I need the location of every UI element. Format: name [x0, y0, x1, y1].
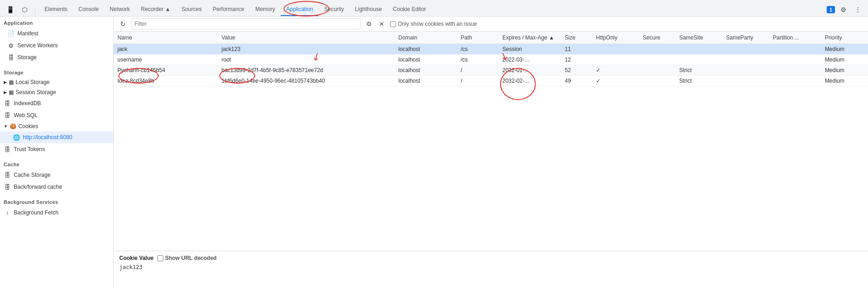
table-row[interactable]: Pycharm-cb145b54bac13d99-2d7f-4b5f-9c85-…: [114, 65, 868, 76]
cell-partition: [769, 76, 821, 86]
col-header-secure[interactable]: Secure: [639, 32, 675, 44]
filter-bar: ↻ ⚙ ✕ Only show cookies with an issue: [114, 17, 868, 32]
cell-path: /: [457, 65, 499, 76]
cell-priority: Medium: [821, 44, 868, 55]
col-header-size[interactable]: Size: [561, 32, 592, 44]
tab-cookie-editor[interactable]: Cookie Editor: [388, 3, 432, 16]
col-header-httponly[interactable]: HttpOnly: [592, 32, 639, 44]
sidebar-item-storage[interactable]: 🗄Storage: [0, 51, 113, 63]
tab-elements[interactable]: Elements: [39, 3, 73, 16]
indexeddb-label: IndexedDB: [14, 100, 41, 107]
sidebar-item-manifest[interactable]: 📄Manifest: [0, 28, 113, 39]
tab-network[interactable]: Network: [104, 3, 135, 16]
cell-size: 52: [561, 65, 592, 76]
background-services-header: Background Services: [0, 196, 113, 207]
cell-name: Idea-8cd34e8b: [114, 76, 218, 86]
cell-secure: [639, 76, 675, 86]
filter-input[interactable]: [131, 18, 361, 29]
session-storage-label: Session Storage: [16, 89, 56, 96]
cell-expires: 2022-03-...: [499, 55, 561, 65]
manifest-icon: 📄: [7, 30, 15, 37]
tab-lighthouse[interactable]: Lighthouse: [350, 3, 388, 16]
cell-name: jack: [114, 44, 218, 55]
cell-priority: Medium: [821, 55, 868, 65]
cell-domain: localhost: [395, 55, 457, 65]
cell-sameparty: [722, 65, 769, 76]
sidebar-item-localhost-8080[interactable]: 🌐http://localhost:8080: [0, 131, 113, 143]
table-row[interactable]: jackjack123localhost/csSession11Medium: [114, 44, 868, 55]
col-header-partition[interactable]: Partition ...: [769, 32, 821, 44]
device-toggle-icon[interactable]: 📱: [4, 3, 17, 16]
sidebar-item-service-workers[interactable]: ⚙Service Workers: [0, 39, 113, 51]
tab-application[interactable]: Application: [281, 3, 319, 16]
cell-sameparty: [722, 76, 769, 86]
cell-samesite: Strict: [675, 65, 722, 76]
col-header-domain[interactable]: Domain: [395, 32, 457, 44]
show-url-decoded-checkbox[interactable]: [157, 255, 163, 261]
indexeddb-icon: 🗄: [4, 100, 11, 107]
col-header-samesite[interactable]: SameSite: [675, 32, 722, 44]
table-row[interactable]: usernamerootlocalhost/cs2022-03-...12Med…: [114, 55, 868, 65]
cell-sameparty: [722, 44, 769, 55]
table-header: NameValueDomainPathExpires / Max-Age ▲Si…: [114, 32, 868, 44]
cookies-label: Cookies: [18, 123, 38, 129]
websql-icon: 🗄: [4, 112, 11, 119]
cell-samesite: [675, 44, 722, 55]
local-storage-group[interactable]: ▶ ▦ Local Storage: [0, 77, 113, 87]
col-header-sameparty[interactable]: SameParty: [722, 32, 769, 44]
sidebar-item-trust-tokens[interactable]: 🗄 Trust Tokens: [0, 143, 113, 155]
tab-security[interactable]: Security: [318, 3, 349, 16]
tab-memory[interactable]: Memory: [250, 3, 280, 16]
show-url-decoded-text: Show URL decoded: [165, 255, 217, 261]
refresh-button[interactable]: ↻: [117, 18, 128, 29]
tab-performance[interactable]: Performance: [207, 3, 250, 16]
cell-httponly: ✓: [592, 76, 639, 86]
cell-name: Pycharm-cb145b54: [114, 65, 218, 76]
tab-sources[interactable]: Sources: [176, 3, 207, 16]
cell-partition: [769, 65, 821, 76]
sidebar-item-indexeddb[interactable]: 🗄 IndexedDB: [0, 97, 113, 109]
cell-httponly: [592, 55, 639, 65]
col-header-value[interactable]: Value: [218, 32, 395, 44]
col-header-priority[interactable]: Priority: [821, 32, 868, 44]
storage-icon: 🗄: [7, 54, 15, 61]
notification-badge: 1: [827, 6, 835, 13]
cell-value: jack123: [218, 44, 395, 55]
col-header-expires[interactable]: Expires / Max-Age ▲: [499, 32, 561, 44]
settings-icon[interactable]: ⚙: [837, 3, 850, 16]
table-body[interactable]: jackjack123localhost/csSession11Mediumus…: [114, 44, 868, 86]
cell-priority: Medium: [821, 65, 868, 76]
cell-size: 11: [561, 44, 592, 55]
tab-console[interactable]: Console: [73, 3, 104, 16]
cell-partition: [769, 55, 821, 65]
sidebar-item-cache-storage[interactable]: 🗄Cache Storage: [0, 169, 113, 181]
inspect-icon[interactable]: ⬡: [18, 3, 31, 16]
only-show-issues-checkbox[interactable]: [390, 21, 396, 27]
only-show-issues-label[interactable]: Only show cookies with an issue: [390, 21, 477, 27]
more-options-icon[interactable]: ⋮: [851, 3, 864, 16]
cache-section-header: Cache: [0, 158, 113, 169]
col-header-name[interactable]: Name: [114, 32, 218, 44]
filter-options-button[interactable]: ⚙: [363, 18, 374, 29]
back-forward-cache-icon: 🗄: [4, 184, 11, 191]
cell-secure: [639, 55, 675, 65]
tab-recorder[interactable]: Recorder ▲: [135, 3, 176, 16]
cell-expires: Session: [499, 44, 561, 55]
table-row[interactable]: Idea-8cd34e8b1bf6d6e0-14ee-4950-96ec-481…: [114, 76, 868, 86]
sidebar-item-back-forward-cache[interactable]: 🗄Back/forward cache: [0, 181, 113, 193]
service-workers-icon: ⚙: [7, 42, 15, 49]
websql-label: Web SQL: [14, 112, 38, 118]
col-header-path[interactable]: Path: [457, 32, 499, 44]
sidebar-item-websql[interactable]: 🗄 Web SQL: [0, 109, 113, 121]
cookies-group[interactable]: ▼ 🍪 Cookies: [0, 121, 113, 131]
sidebar-item-background-fetch[interactable]: ↑ Background Fetch: [0, 207, 113, 219]
tab-bar: 📱 ⬡ ElementsConsoleNetworkRecorder ▲Sour…: [0, 0, 868, 17]
storage-section-header: Storage: [0, 66, 113, 77]
show-url-decoded-label[interactable]: Show URL decoded: [157, 255, 217, 261]
cell-path: /: [457, 76, 499, 86]
clear-filter-button[interactable]: ✕: [376, 18, 387, 29]
cookies-table: NameValueDomainPathExpires / Max-Age ▲Si…: [114, 32, 868, 86]
session-storage-group[interactable]: ▶ ▦ Session Storage: [0, 87, 113, 97]
local-storage-icon: ▦: [9, 79, 14, 85]
trust-tokens-label: Trust Tokens: [14, 146, 45, 152]
